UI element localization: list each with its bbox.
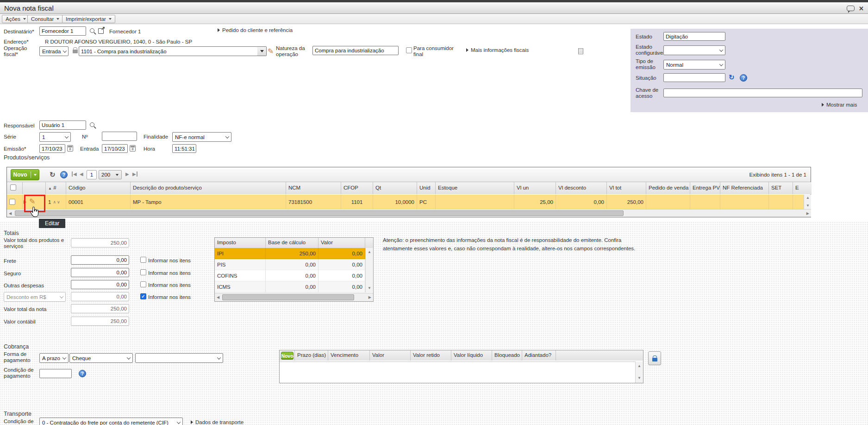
nf-referenciada-column-header[interactable]: NF Referenciada xyxy=(720,182,769,194)
bloqueado-column-header[interactable]: Bloqueado xyxy=(492,350,522,361)
close-icon[interactable]: ✕ xyxy=(859,5,864,12)
prev-page-icon[interactable]: ◀ xyxy=(80,171,83,177)
row-checkbox[interactable] xyxy=(9,199,15,205)
emissao-input[interactable]: 17/10/23 xyxy=(39,144,65,153)
produto-table-row[interactable]: ✎ 1 ∧ ∨ 00001 MP - Tampo 73181500 1101 1… xyxy=(7,195,804,209)
imposto-column-header[interactable]: Imposto xyxy=(215,238,266,248)
serie-select[interactable]: 1 xyxy=(39,132,71,142)
entrada-input[interactable]: 17/10/23 xyxy=(102,144,128,153)
valor-column-header[interactable]: Valor xyxy=(370,350,411,361)
search-icon[interactable] xyxy=(89,28,96,35)
pedido-venda-column-header[interactable]: Pedido de venda xyxy=(646,182,690,194)
chave-acesso-input[interactable] xyxy=(663,89,862,97)
consumidor-final-checkbox[interactable] xyxy=(406,47,412,53)
impostos-horizontal-scrollbar[interactable]: ◀ ▶ xyxy=(215,293,373,301)
set-column-header[interactable]: SET xyxy=(769,182,793,194)
adiantado-column-header[interactable]: Adiantado? xyxy=(522,350,556,361)
condicao-frete-select[interactable]: 0 - Contratação do frete por conta do re… xyxy=(39,418,183,425)
operacao-cfop-dropdown-button[interactable] xyxy=(257,46,267,56)
condicao-pagamento-input[interactable] xyxy=(39,369,72,378)
impostos-vertical-scrollbar[interactable]: ▲ ▼ xyxy=(365,248,373,292)
menu-imprimir-exportar[interactable]: Imprimir/exportar xyxy=(62,15,115,23)
refresh-icon[interactable]: ↻ xyxy=(729,74,735,81)
calendar-icon[interactable]: 8 xyxy=(67,145,73,152)
valor-liquido-column-header[interactable]: Valor líquido xyxy=(451,350,492,361)
lock-parcelas-button[interactable] xyxy=(648,351,661,365)
finalidade-select[interactable]: NF-e normal xyxy=(172,132,231,142)
partial-column-header[interactable]: E xyxy=(793,182,804,194)
calendar-icon[interactable]: 8 xyxy=(130,145,136,152)
estoque-column-header[interactable]: Estoque xyxy=(436,182,514,194)
outras-despesas-input[interactable]: 0,00 xyxy=(71,280,129,289)
ncm-column-header[interactable]: NCM xyxy=(286,182,341,194)
help-icon[interactable]: ? xyxy=(79,370,86,377)
vl-un-column-header[interactable]: Vl un xyxy=(514,182,556,194)
select-all-header[interactable] xyxy=(7,182,23,194)
search-icon[interactable] xyxy=(89,122,96,129)
scroll-left-icon[interactable]: ◀ xyxy=(9,212,12,216)
destinatario-input[interactable]: Fornecedor 1 xyxy=(39,26,86,36)
cobranca-vertical-scrollbar[interactable]: ▲ ▼ xyxy=(635,362,643,383)
edit-pencil-icon[interactable]: ✎ xyxy=(268,48,274,55)
next-page-icon[interactable]: ▶ xyxy=(125,171,129,177)
valor-retido-column-header[interactable]: Valor retido xyxy=(411,350,451,361)
vl-desconto-column-header[interactable]: Vl desconto xyxy=(556,182,607,194)
frete-input[interactable]: 0,00 xyxy=(71,255,129,265)
row-select-cell[interactable] xyxy=(7,195,23,209)
numero-input[interactable] xyxy=(102,132,137,141)
num-column-header[interactable]: ▲ # xyxy=(46,182,66,194)
cfop-column-header[interactable]: CFOP xyxy=(341,182,373,194)
operacao-cfop-input[interactable]: 1101 - Compra para industrialização xyxy=(79,46,258,56)
frete-informar-checkbox[interactable] xyxy=(140,257,146,263)
scroll-left-icon[interactable]: ◀ xyxy=(217,296,219,299)
forma-extra-select[interactable] xyxy=(135,353,223,363)
seguro-informar-checkbox[interactable] xyxy=(140,269,146,275)
vencimento-column-header[interactable]: Vencimento xyxy=(328,350,370,361)
responsavel-input[interactable]: Usuário 1 xyxy=(39,121,86,130)
entrega-pv-column-header[interactable]: Entrega PV xyxy=(690,182,720,194)
novo-produto-button[interactable]: Novo xyxy=(11,169,39,180)
scroll-down-icon[interactable]: ▼ xyxy=(637,376,641,380)
scroll-up-icon[interactable]: ▲ xyxy=(637,364,641,368)
desconto-informar-checkbox[interactable]: ✓ xyxy=(140,293,146,299)
valor-column-header[interactable]: Valor xyxy=(318,238,365,248)
refresh-grid-icon[interactable]: ↻ xyxy=(50,171,56,178)
hora-input[interactable]: 11:51:31 xyxy=(172,144,196,153)
dados-transporte-link[interactable]: Dados de transporte xyxy=(191,419,244,425)
external-link-icon[interactable] xyxy=(98,27,105,34)
codigo-column-header[interactable]: Código xyxy=(66,182,131,194)
qt-column-header[interactable]: Qt xyxy=(373,182,417,194)
scrollbar-thumb[interactable] xyxy=(15,210,624,216)
imposto-row-icms[interactable]: ICMS 0,00 0,00 xyxy=(215,281,373,292)
descricao-column-header[interactable]: Descrição do produto/serviço xyxy=(131,182,286,194)
situacao-input[interactable] xyxy=(663,73,725,82)
novo-parcela-button[interactable]: Novo xyxy=(281,352,293,360)
vl-tot-column-header[interactable]: Vl tot xyxy=(607,182,646,194)
help-icon[interactable]: ? xyxy=(740,74,747,82)
pedido-cliente-link[interactable]: Pedido do cliente e referência xyxy=(218,27,293,33)
last-page-icon[interactable]: ▶ xyxy=(132,171,137,177)
imposto-row-cofins[interactable]: COFINS 0,00 0,00 xyxy=(215,270,373,281)
prazo-column-header[interactable]: Prazo (dias) xyxy=(295,350,328,361)
scroll-right-icon[interactable]: ▶ xyxy=(368,296,371,299)
select-all-checkbox[interactable] xyxy=(10,184,16,190)
mais-informacoes-link[interactable]: Mais informações fiscais xyxy=(466,47,529,53)
scroll-down-icon[interactable]: ▼ xyxy=(806,204,810,208)
imposto-row-pis[interactable]: PIS 0,00 0,00 xyxy=(215,259,373,270)
mostrar-mais-link[interactable]: Mostrar mais xyxy=(822,102,857,108)
outras-informar-checkbox[interactable] xyxy=(140,281,146,287)
page-number-input[interactable]: 1 xyxy=(87,170,97,179)
grid-horizontal-scrollbar[interactable]: ◀ ▶ xyxy=(7,209,811,217)
estado-configuravel-select[interactable] xyxy=(663,45,725,55)
help-icon[interactable]: ? xyxy=(60,171,68,178)
tipo-emissao-select[interactable]: Normal xyxy=(663,60,725,70)
operacao-tipo-select[interactable]: Entrada xyxy=(39,46,69,56)
base-calculo-column-header[interactable]: Base de cálculo xyxy=(266,238,318,248)
destinatario-link[interactable]: Fornecedor 1 xyxy=(109,29,141,35)
imposto-row-ipi[interactable]: IPI 250,00 0,00 xyxy=(215,248,373,259)
forma-prazo-select[interactable]: A prazo xyxy=(39,353,69,363)
page-size-select[interactable]: 200 xyxy=(99,170,122,179)
scroll-right-icon[interactable]: ▶ xyxy=(806,212,809,216)
scroll-up-icon[interactable]: ▲ xyxy=(806,196,810,200)
scroll-down-icon[interactable]: ▼ xyxy=(368,286,371,290)
